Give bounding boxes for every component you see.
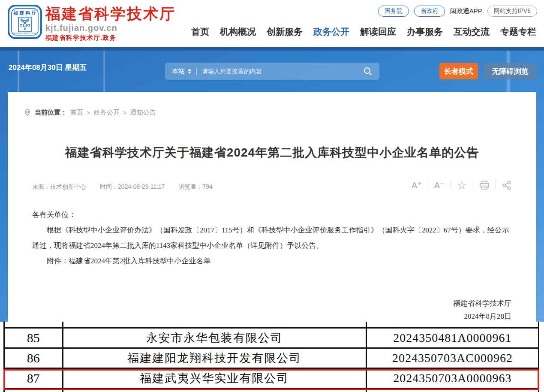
breadcrumb-separator: > <box>87 109 90 116</box>
accessibility-button[interactable]: 无障碍浏览 <box>484 63 537 79</box>
body-paragraph: 根据《科技型中小企业评价办法》（国科发政〔2017〕115号）和《科技型中小企业… <box>32 223 512 253</box>
salutation: 各有关单位： <box>32 207 512 223</box>
table-row-highlighted: 86 福建建阳龙翔科技开发有限公司 2024350703AC000962 <box>3 347 539 368</box>
article-title: 福建省科学技术厅关于福建省2024年第二批入库科技型中小企业名单的公告 <box>8 145 536 161</box>
site-subtitle: 福建省科学技术厅.政务 <box>45 33 176 42</box>
article-tools: A⁺ A⁻ ☆ <box>412 180 511 190</box>
table-partial-row-bottom <box>3 388 539 392</box>
share-button[interactable] <box>502 181 511 190</box>
font-decrease-button[interactable]: A⁻ <box>434 180 445 190</box>
nav-interpret[interactable]: 解读回应 <box>360 26 396 38</box>
banner-dark-strip <box>0 47 544 51</box>
page: 福 建 科 厅 FUJIAN SCIENCE TECH 福建省科学技术厅 kjt… <box>0 0 544 392</box>
article-meta: 来源：技术创新中心 时间：2024-08-29 11:17 浏览量：794 <box>32 183 213 191</box>
breadcrumb-gov-open[interactable]: 政务公开 <box>94 109 120 117</box>
article-body: 各有关单位： 根据《科技型中小企业评价办法》（国科发政〔2017〕115号）和《… <box>32 207 512 269</box>
breadcrumb-label: 当前位置： <box>35 109 67 117</box>
location-pin-icon <box>24 109 31 116</box>
nav-home[interactable]: 首页 <box>191 26 209 38</box>
search-scope-select[interactable]: 本站 <box>165 67 196 75</box>
site-logo: 福 建 科 厅 FUJIAN SCIENCE TECH <box>7 4 43 40</box>
svg-text:福 建 科 厅: 福 建 科 厅 <box>13 10 36 15</box>
table-partial-row-top <box>3 322 539 327</box>
site-url: kjt.fujian.gov.cn <box>45 23 176 33</box>
company-table: 85 永安市永华包装有限公司 2024350481A0000961 86 福建建… <box>3 322 539 392</box>
link-ipv6-badge[interactable]: 网站支持IPV6 <box>487 6 537 17</box>
signature-org: 福建省科学技术厅 <box>453 297 511 310</box>
nav-org[interactable]: 机构概况 <box>220 26 256 38</box>
nav-innovation[interactable]: 创新服务 <box>267 26 303 38</box>
attachment-scan-area: 85 永安市永华包装有限公司 2024350481A0000961 86 福建建… <box>0 322 544 392</box>
tool-divider <box>473 181 473 190</box>
site-header: 福 建 科 厅 FUJIAN SCIENCE TECH 福建省科学技术厅 kjt… <box>0 0 544 47</box>
search-button[interactable] <box>361 66 379 76</box>
link-state-council[interactable]: 国务院 <box>378 6 409 17</box>
search-scope-label: 本站 <box>172 67 185 75</box>
elder-mode-button[interactable]: 长者模式 <box>439 63 478 79</box>
nav-services[interactable]: 办事服务 <box>407 26 443 38</box>
registration-code: 2024350703AC000962 <box>367 349 538 368</box>
nav-interaction[interactable]: 互动交流 <box>454 26 490 38</box>
table-row: 87 福建武夷兴华实业有限公司 2024350703A0000963 <box>3 368 539 388</box>
breadcrumb-notices[interactable]: 通知公告 <box>130 109 156 117</box>
company-name: 福建建阳龙翔科技开发有限公司 <box>63 349 367 368</box>
table-row: 85 永安市永华包装有限公司 2024350481A0000961 <box>3 327 539 347</box>
company-name: 永安市永华包装有限公司 <box>63 329 367 347</box>
printer-icon <box>479 181 490 190</box>
company-name: 福建武夷兴华实业有限公司 <box>63 369 367 388</box>
breadcrumb-home[interactable]: 首页 <box>70 109 83 117</box>
search-icon <box>363 66 373 76</box>
main-nav: 首页 机构概况 创新服务 政务公开 解读回应 办事服务 互动交流 专题专栏 <box>191 26 536 38</box>
font-increase-button[interactable]: A⁺ <box>412 180 422 190</box>
seal-icon: 福 建 科 厅 FUJIAN SCIENCE TECH <box>7 4 43 40</box>
svg-text:FUJIAN SCIENCE TECH: FUJIAN SCIENCE TECH <box>14 33 36 35</box>
registration-code: 2024350703A0000963 <box>367 369 538 388</box>
favorite-star-icon[interactable]: ☆ <box>457 181 467 190</box>
tool-divider <box>496 181 496 190</box>
row-number: 85 <box>5 329 63 347</box>
share-icon <box>502 181 511 190</box>
tool-divider <box>451 181 451 190</box>
quick-links: 国务院 省政府 闽政通APP 网站支持IPV6 <box>378 6 537 17</box>
sort-arrows-icon <box>188 69 191 74</box>
signature-block: 福建省科学技术厅 2024年8月28日 <box>453 297 511 323</box>
brand-block: 福建省科学技术厅 kjt.fujian.gov.cn 福建省科学技术厅.政务 <box>45 5 176 42</box>
meta-time: 时间：2024-08-29 11:17 <box>100 183 165 191</box>
search-box: 本站 <box>165 63 379 80</box>
site-title: 福建省科学技术厅 <box>45 5 176 22</box>
attachment-link[interactable]: 附件：福建省2024年第2批入库科技型中小企业名单 <box>32 253 512 269</box>
breadcrumb-separator: > <box>123 109 127 116</box>
signature-date: 2024年8月28日 <box>453 310 511 323</box>
print-button[interactable] <box>479 181 490 190</box>
nav-gov-open[interactable]: 政务公开 <box>313 26 349 38</box>
meta-views: 浏览量：794 <box>179 183 213 191</box>
row-number: 86 <box>5 349 63 368</box>
nav-special[interactable]: 专题专栏 <box>500 26 536 38</box>
banner-date: 2024年08月30日 星期五 <box>9 63 87 72</box>
registration-code: 2024350481A0000961 <box>367 329 538 347</box>
search-input[interactable] <box>197 68 361 75</box>
breadcrumb: 当前位置： 首页 > 政务公开 > 通知公告 <box>24 109 156 117</box>
row-number: 87 <box>5 369 63 388</box>
tool-divider <box>428 181 428 190</box>
link-minzhengtong-app[interactable]: 闽政通APP <box>450 7 482 15</box>
meta-source: 来源：技术创新中心 <box>32 183 86 191</box>
link-provincial-gov[interactable]: 省政府 <box>414 6 445 17</box>
